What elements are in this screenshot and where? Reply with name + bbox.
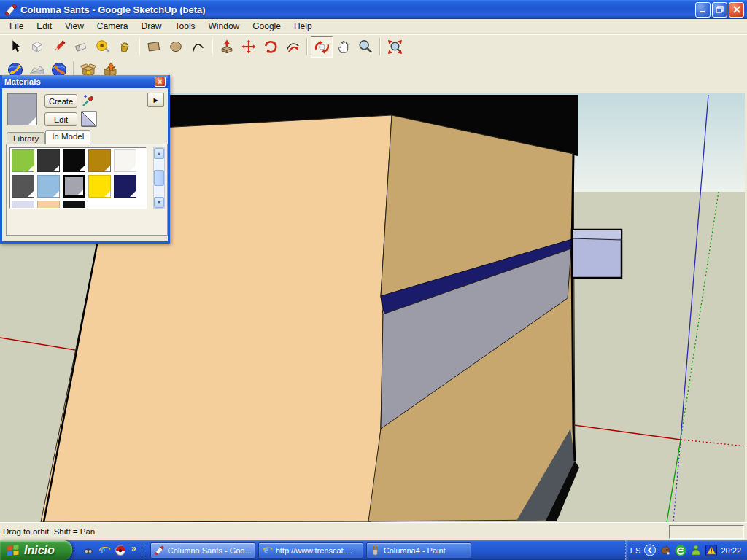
menu-camera[interactable]: Camera [90, 20, 135, 33]
menu-edit[interactable]: Edit [30, 20, 58, 33]
material-swatch[interactable] [37, 175, 60, 198]
close-button[interactable] [729, 2, 744, 18]
material-swatch[interactable] [37, 201, 60, 209]
detach-arrow-button[interactable]: ▶ [147, 93, 164, 107]
tab-in-model[interactable]: In Model [45, 130, 90, 144]
material-swatch[interactable] [63, 201, 85, 209]
emule-status-icon[interactable] [675, 545, 686, 556]
materials-title: Materials [4, 77, 155, 86]
start-button[interactable]: Inicio [0, 540, 72, 560]
main-toolbar [0, 34, 747, 58]
materials-close-icon[interactable]: × [155, 77, 166, 87]
eraser-tool-icon[interactable] [70, 36, 92, 58]
scroll-up-icon[interactable]: ▲ [154, 148, 164, 159]
media-player-icon[interactable] [114, 544, 127, 557]
select-tool-icon[interactable] [4, 36, 26, 58]
quick-launch-app-icon[interactable] [82, 544, 95, 557]
scroll-thumb[interactable] [154, 170, 164, 186]
internet-explorer-task-icon: e [262, 545, 273, 556]
scroll-down-icon[interactable]: ▼ [154, 197, 164, 208]
svg-text:e: e [263, 545, 268, 555]
internet-explorer-icon[interactable]: e [98, 544, 111, 557]
status-bar: Drag to orbit. Shift = Pan [0, 522, 747, 540]
taskbar-separator [142, 542, 146, 559]
circle-tool-icon[interactable] [165, 36, 187, 58]
offset-tool-icon[interactable] [282, 36, 303, 58]
push-pull-tool-icon[interactable] [216, 36, 238, 58]
material-swatch[interactable] [12, 149, 34, 172]
svg-text:e: e [101, 545, 105, 556]
edit-button[interactable]: Edit [44, 112, 77, 126]
messenger-icon[interactable] [690, 545, 702, 556]
materials-body: Create Edit ▶ Library In Model [2, 88, 168, 241]
create-button[interactable]: Create [44, 94, 77, 108]
task-button-browser[interactable]: e http://www.trenscat.... [258, 542, 363, 559]
window-title: Columna Sants - Google SketchUp (beta) [20, 4, 694, 15]
material-swatch-selected[interactable] [63, 175, 85, 198]
hide-icons-chevron[interactable] [644, 545, 656, 556]
swatch-grid [9, 147, 147, 209]
quick-launch-overflow-chevron[interactable]: » [130, 543, 138, 553]
material-swatch[interactable] [88, 149, 111, 172]
material-swatch[interactable] [12, 175, 34, 198]
rectangle-tool-icon[interactable] [143, 36, 165, 58]
zoom-extents-tool-icon[interactable] [384, 36, 406, 58]
pan-tool-icon[interactable] [333, 36, 355, 58]
restore-button[interactable] [712, 2, 727, 18]
materials-panel: ▲ ▼ [6, 144, 168, 236]
menu-tools[interactable]: Tools [169, 20, 202, 33]
windows-logo-icon [6, 543, 20, 558]
material-swatch[interactable] [63, 149, 85, 172]
materials-dialog: Materials × Create Edit ▶ Library In Mod… [0, 75, 170, 244]
task-button-paint[interactable]: Columna4 - Paint [366, 542, 471, 559]
menu-view[interactable]: View [58, 20, 90, 33]
minimize-button[interactable] [695, 2, 711, 18]
swatch-scrollbar[interactable]: ▲ ▼ [153, 147, 165, 209]
line-tool-icon[interactable] [48, 36, 70, 58]
sample-paint-eyedropper-icon[interactable] [82, 94, 95, 107]
tab-library[interactable]: Library [7, 132, 45, 144]
tape-measure-tool-icon[interactable] [92, 36, 114, 58]
rotate-tool-icon[interactable] [260, 36, 282, 58]
material-swatch[interactable] [12, 201, 34, 209]
menu-window[interactable]: Window [202, 20, 247, 33]
material-swatch[interactable] [88, 175, 111, 198]
paint-task-icon [370, 545, 381, 556]
quick-launch: e » [80, 544, 140, 557]
taskbar: Inicio e » Columna Sants - Goo... e http… [0, 540, 747, 560]
menu-file[interactable]: File [3, 20, 30, 33]
task-button-sketchup[interactable]: Columna Sants - Goo... [150, 542, 255, 559]
toolbar-separator [379, 38, 381, 55]
taskbar-separator [74, 542, 78, 559]
task-buttons: Columna Sants - Goo... e http://www.tren… [150, 542, 625, 559]
menu-bar: File Edit View Camera Draw Tools Window … [0, 19, 747, 34]
paint-sample-swatch-icon[interactable] [81, 111, 97, 127]
zoom-tool-icon[interactable] [355, 36, 376, 58]
title-bar: Columna Sants - Google SketchUp (beta) [0, 0, 747, 19]
status-hint: Drag to orbit. Shift = Pan [0, 527, 669, 536]
orbit-tool-icon[interactable] [311, 36, 333, 58]
alert-tray-icon[interactable] [705, 545, 717, 556]
clock[interactable]: 20:22 [721, 546, 741, 555]
measurements-box[interactable] [669, 525, 744, 539]
make-component-tool-icon[interactable] [26, 36, 48, 58]
material-swatch[interactable] [37, 149, 60, 172]
menu-google[interactable]: Google [246, 20, 287, 33]
task-label: http://www.trenscat.... [276, 546, 352, 555]
material-preview-swatch [7, 93, 37, 125]
sketchup-task-icon [154, 545, 165, 556]
lavender-box[interactable] [572, 230, 622, 278]
arc-tool-icon[interactable] [187, 36, 209, 58]
paint-bucket-tool-icon[interactable] [114, 36, 136, 58]
menu-draw[interactable]: Draw [135, 20, 169, 33]
menu-help[interactable]: Help [287, 20, 319, 33]
language-indicator[interactable]: ES [630, 546, 641, 555]
material-swatch[interactable] [114, 175, 136, 198]
system-tray: ES 20:22 [625, 540, 747, 560]
materials-title-bar[interactable]: Materials × [2, 75, 168, 88]
move-tool-icon[interactable] [238, 36, 260, 58]
emule-donkey-icon[interactable] [659, 545, 671, 556]
toolbar-separator [306, 38, 308, 55]
material-swatch[interactable] [114, 149, 136, 172]
materials-tabs: Library In Model [7, 130, 90, 144]
